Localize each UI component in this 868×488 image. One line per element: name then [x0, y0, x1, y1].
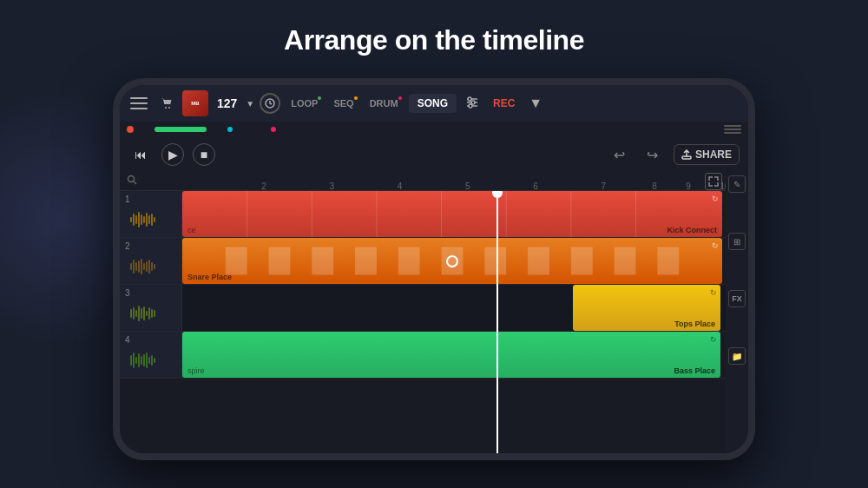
seq-dot [354, 96, 358, 100]
redo-button[interactable]: ↪ [641, 142, 665, 167]
timeline-container: ✎ ⊞ FX 📁 2 3 4 5 6 [120, 172, 748, 453]
track-3-label: Tops Place [674, 320, 715, 328]
refresh-4: ↻ [710, 335, 717, 344]
track-content-1[interactable]: ce ↻ Kick Connect [182, 191, 748, 237]
undo-button[interactable]: ↩ [608, 142, 632, 167]
bpm-dropdown[interactable]: ▼ [246, 99, 254, 109]
more-button[interactable]: ▼ [525, 96, 546, 111]
record-indicator [127, 126, 134, 133]
svg-point-10 [128, 176, 135, 182]
track-4-left-label: spire [187, 366, 205, 375]
track-4-label: Bass Place [674, 366, 715, 375]
snare-handle[interactable] [446, 255, 458, 267]
tab-song[interactable]: SONG [409, 94, 457, 113]
track-row-2: 2 [120, 238, 748, 285]
svg-rect-9 [682, 156, 691, 159]
svg-rect-19 [226, 247, 247, 275]
svg-point-1 [168, 107, 170, 109]
transport-bar: ⏮ ▶ ■ ↩ ↪ SHARE [120, 137, 748, 172]
track-content-2[interactable]: ↻ Snare Place [182, 238, 748, 284]
svg-rect-26 [528, 247, 549, 275]
rec-button[interactable]: REC [488, 94, 520, 113]
track-label-2[interactable]: 2 [120, 238, 182, 284]
fx-button[interactable]: FX [728, 290, 746, 307]
track-label-1[interactable]: 1 [120, 191, 182, 237]
ruler-num-2: 2 [261, 181, 266, 191]
pink-marker [271, 127, 276, 132]
indicator-bar [120, 122, 748, 137]
tracks-area: 1 [120, 191, 748, 453]
ruler-num-4: 4 [398, 181, 403, 191]
ruler-num-8: 8 [652, 181, 657, 191]
adjust-icon[interactable]: ⊞ [728, 233, 746, 250]
track-content-3[interactable]: ↻ Tops Place [182, 285, 748, 331]
svg-rect-23 [398, 247, 420, 275]
svg-point-7 [471, 101, 475, 104]
track-row-1: 1 [120, 191, 748, 238]
svg-rect-21 [312, 247, 333, 275]
svg-line-11 [134, 181, 137, 185]
skip-back-button[interactable]: ⏮ [128, 142, 153, 167]
svg-point-0 [165, 107, 167, 109]
play-button[interactable]: ▶ [161, 143, 184, 166]
cart-icon[interactable] [156, 93, 177, 114]
track-1-left-label: ce [187, 226, 196, 234]
waveform-4 [130, 350, 155, 371]
edit-icon[interactable]: ✎ [728, 175, 746, 193]
cyan-marker [227, 127, 233, 132]
phone-screen: MB 127 ▼ LOOP SEQ DRUM [120, 85, 748, 453]
stop-button[interactable]: ■ [193, 143, 215, 166]
tab-seq[interactable]: SEQ [328, 95, 358, 112]
refresh-3: ↻ [710, 288, 717, 297]
page-title: Arrange on the timeline [0, 24, 868, 56]
expand-icon[interactable] [705, 173, 722, 190]
svg-rect-22 [355, 247, 377, 275]
loop-dot [318, 96, 321, 100]
hamburger-menu[interactable] [724, 125, 741, 134]
track-row-3: 3 [120, 285, 748, 332]
zoom-icon[interactable] [127, 175, 137, 188]
top-bar: MB 127 ▼ LOOP SEQ DRUM [120, 85, 748, 122]
phone-frame: MB 127 ▼ LOOP SEQ DRUM [113, 78, 755, 460]
playhead [496, 191, 498, 453]
ruler-num-5: 5 [465, 181, 470, 191]
refresh-1: ↻ [712, 195, 719, 203]
svg-point-6 [468, 97, 471, 101]
ruler-num-3: 3 [330, 181, 335, 191]
refresh-2: ↻ [712, 241, 719, 250]
track-1-label: Kick Connect [667, 226, 717, 234]
ruler-num-6: 6 [533, 181, 538, 191]
track-2-label: Snare Place [187, 273, 232, 281]
track-label-4[interactable]: 4 [120, 332, 182, 378]
svg-rect-25 [484, 247, 506, 275]
share-label: SHARE [695, 148, 732, 161]
svg-rect-29 [657, 247, 679, 275]
track-row-4: 4 [120, 332, 748, 379]
bpm-display[interactable]: 127 [214, 95, 240, 112]
mixer-icon[interactable] [462, 96, 483, 112]
svg-rect-28 [615, 247, 636, 275]
ruler-num-9: 9 [686, 181, 691, 191]
ruler-num-7: 7 [601, 181, 606, 191]
progress-bar [155, 127, 207, 132]
waveform-3 [130, 303, 155, 324]
track-content-4[interactable]: ↻ spire Bass Place [182, 332, 748, 378]
track-label-3[interactable]: 3 [120, 285, 182, 331]
tab-drum[interactable]: DRUM [365, 95, 404, 112]
ruler: 2 3 4 5 6 7 8 9 10 [120, 172, 748, 191]
sync-icon[interactable] [260, 93, 280, 114]
share-button[interactable]: SHARE [674, 144, 740, 165]
waveform-2 [130, 256, 155, 277]
svg-rect-27 [571, 247, 593, 275]
tab-loop[interactable]: LOOP [286, 95, 323, 112]
folder-icon[interactable]: 📁 [728, 347, 746, 365]
svg-point-8 [469, 104, 472, 108]
drum-dot [398, 96, 402, 100]
waveform-1 [130, 209, 155, 230]
svg-rect-20 [269, 247, 291, 275]
album-art: MB [182, 90, 208, 116]
menu-button[interactable] [127, 91, 151, 115]
